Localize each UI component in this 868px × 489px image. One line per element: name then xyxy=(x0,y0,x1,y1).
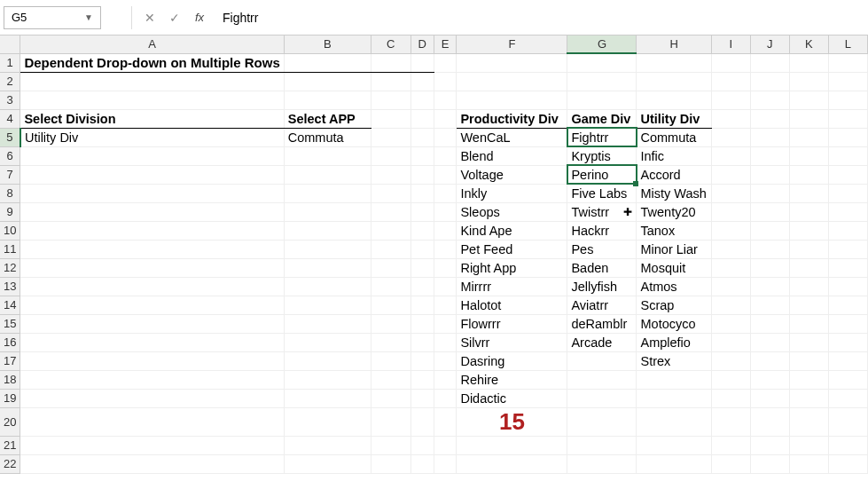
cell-H19[interactable] xyxy=(637,389,711,407)
cell-I7[interactable] xyxy=(711,165,750,184)
cell-H10[interactable]: Tanox xyxy=(637,221,711,240)
cell-H17[interactable]: Strex xyxy=(637,351,711,370)
cell-D1[interactable] xyxy=(411,53,434,72)
row-header-2[interactable]: 2 xyxy=(0,72,20,91)
cell-J15[interactable] xyxy=(750,314,789,333)
cell-D14[interactable] xyxy=(411,296,434,314)
row-header-10[interactable]: 10 xyxy=(0,221,20,240)
cell-F10[interactable]: Kind Ape xyxy=(457,221,567,240)
cell-B2[interactable] xyxy=(284,72,371,91)
cell-G14[interactable]: Aviatrr xyxy=(567,296,637,314)
cell-K1[interactable] xyxy=(789,53,828,72)
cell-J16[interactable] xyxy=(750,333,789,351)
cell-I21[interactable] xyxy=(711,436,750,454)
cell-E15[interactable] xyxy=(434,314,457,333)
cell-H22[interactable] xyxy=(637,454,711,473)
cell-I18[interactable] xyxy=(711,370,750,389)
cell-B6[interactable] xyxy=(284,146,371,165)
col-header-B[interactable]: B xyxy=(284,35,371,53)
row-header-7[interactable]: 7 xyxy=(0,165,20,184)
cell-A10[interactable] xyxy=(20,221,284,240)
cell-B19[interactable] xyxy=(284,389,371,407)
cell-I3[interactable] xyxy=(711,91,750,109)
cell-L11[interactable] xyxy=(828,240,867,258)
cell-A12[interactable] xyxy=(20,258,284,277)
cell-H7[interactable]: Accord xyxy=(637,165,711,184)
cell-C7[interactable] xyxy=(371,165,411,184)
cell-G11[interactable]: Pes xyxy=(567,240,637,258)
cell-L22[interactable] xyxy=(828,454,867,473)
cell-C1[interactable] xyxy=(371,53,411,72)
cell-D16[interactable] xyxy=(411,333,434,351)
cell-J17[interactable] xyxy=(750,351,789,370)
cell-E12[interactable] xyxy=(434,258,457,277)
cell-A18[interactable] xyxy=(20,370,284,389)
cell-L7[interactable] xyxy=(828,165,867,184)
cell-K22[interactable] xyxy=(789,454,828,473)
cell-D11[interactable] xyxy=(411,240,434,258)
cell-I1[interactable] xyxy=(711,53,750,72)
cell-J10[interactable] xyxy=(750,221,789,240)
cell-C4[interactable] xyxy=(371,109,411,128)
select-all-corner[interactable] xyxy=(0,35,20,53)
cell-C14[interactable] xyxy=(371,296,411,314)
cell-E8[interactable] xyxy=(434,184,457,202)
cell-L20[interactable] xyxy=(828,407,867,436)
cell-F3[interactable] xyxy=(457,91,567,109)
cell-I12[interactable] xyxy=(711,258,750,277)
col-header-F[interactable]: F xyxy=(457,35,567,53)
cell-G1[interactable] xyxy=(567,53,637,72)
cell-J19[interactable] xyxy=(750,389,789,407)
cell-B11[interactable] xyxy=(284,240,371,258)
cancel-icon[interactable]: ✕ xyxy=(139,6,160,29)
cell-I19[interactable] xyxy=(711,389,750,407)
cell-L14[interactable] xyxy=(828,296,867,314)
cell-C16[interactable] xyxy=(371,333,411,351)
cell-F2[interactable] xyxy=(457,72,567,91)
formula-input[interactable] xyxy=(214,6,864,29)
cell-E1[interactable] xyxy=(434,53,457,72)
cell-J22[interactable] xyxy=(750,454,789,473)
cell-K20[interactable] xyxy=(789,407,828,436)
cell-G7[interactable]: Perino xyxy=(567,165,637,184)
cell-I11[interactable] xyxy=(711,240,750,258)
cell-L19[interactable] xyxy=(828,389,867,407)
cell-B8[interactable] xyxy=(284,184,371,202)
cell-C20[interactable] xyxy=(371,407,411,436)
cell-H13[interactable]: Atmos xyxy=(637,277,711,296)
cell-B21[interactable] xyxy=(284,436,371,454)
cell-C10[interactable] xyxy=(371,221,411,240)
cell-E9[interactable] xyxy=(434,202,457,221)
cell-H4[interactable]: Utility Div xyxy=(637,109,711,128)
cell-B14[interactable] xyxy=(284,296,371,314)
cell-D13[interactable] xyxy=(411,277,434,296)
row-header-15[interactable]: 15 xyxy=(0,314,20,333)
cell-G19[interactable] xyxy=(567,389,637,407)
cell-A21[interactable] xyxy=(20,436,284,454)
cell-I16[interactable] xyxy=(711,333,750,351)
cell-F12[interactable]: Right App xyxy=(457,258,567,277)
cell-D4[interactable] xyxy=(411,109,434,128)
cell-C13[interactable] xyxy=(371,277,411,296)
cell-J20[interactable] xyxy=(750,407,789,436)
cell-E16[interactable] xyxy=(434,333,457,351)
cell-K2[interactable] xyxy=(789,72,828,91)
cell-G21[interactable] xyxy=(567,436,637,454)
cell-L10[interactable] xyxy=(828,221,867,240)
row-header-21[interactable]: 21 xyxy=(0,436,20,454)
cell-K19[interactable] xyxy=(789,389,828,407)
fx-icon[interactable]: fx xyxy=(189,6,210,29)
row-header-16[interactable]: 16 xyxy=(0,333,20,351)
col-header-K[interactable]: K xyxy=(789,35,828,53)
cell-L8[interactable] xyxy=(828,184,867,202)
cell-G13[interactable]: Jellyfish xyxy=(567,277,637,296)
cell-B4[interactable]: Select APP xyxy=(284,109,371,128)
cell-H20[interactable] xyxy=(637,407,711,436)
cell-A16[interactable] xyxy=(20,333,284,351)
cell-E14[interactable] xyxy=(434,296,457,314)
cell-K5[interactable] xyxy=(789,128,828,146)
cell-F20[interactable]: 15 xyxy=(457,407,567,436)
cell-B5[interactable]: Commuta xyxy=(284,128,371,146)
row-header-13[interactable]: 13 xyxy=(0,277,20,296)
cell-A22[interactable] xyxy=(20,454,284,473)
